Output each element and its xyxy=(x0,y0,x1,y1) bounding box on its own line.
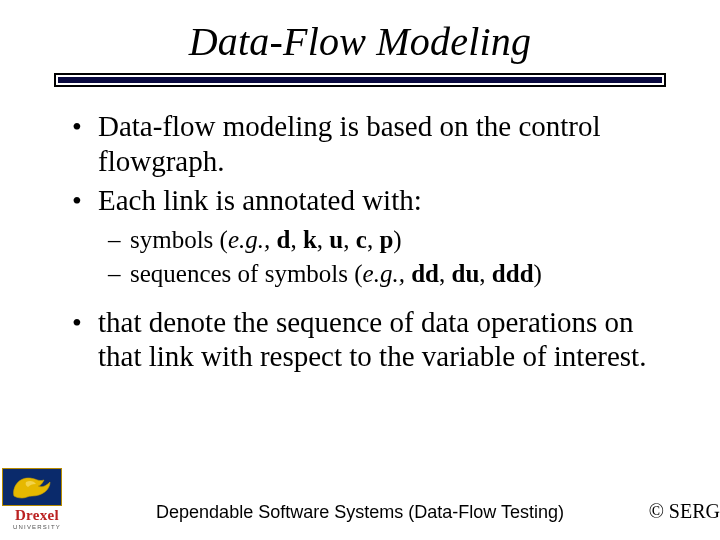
slide-footer: Drexel UNIVERSITY Dependable Software Sy… xyxy=(0,477,720,533)
bullet-marker: • xyxy=(72,305,98,340)
text: , xyxy=(317,226,330,253)
title-rule xyxy=(54,73,666,87)
sub-bullet-list: – symbols (e.g., d, k, u, c, p) – sequen… xyxy=(108,224,682,291)
text: sequences of symbols ( xyxy=(130,260,363,287)
text: , xyxy=(290,226,303,253)
slide-title: Data-Flow Modeling xyxy=(28,18,692,65)
eg-italic: e.g., xyxy=(228,226,270,253)
bullet-marker: • xyxy=(72,109,98,144)
sub-bullet-item: – symbols (e.g., d, k, u, c, p) xyxy=(108,224,682,257)
symbol-k: k xyxy=(303,226,317,253)
bullet-text: Each link is annotated with: xyxy=(98,183,682,218)
slide: Data-Flow Modeling • Data-flow modeling … xyxy=(0,0,720,540)
sub-bullet-text: symbols (e.g., d, k, u, c, p) xyxy=(130,224,402,257)
symbol-p: p xyxy=(379,226,393,253)
symbol-c: c xyxy=(356,226,367,253)
bullet-item: • Each link is annotated with: xyxy=(72,183,682,218)
text: , xyxy=(367,226,380,253)
slide-body: • Data-flow modeling is based on the con… xyxy=(28,109,692,374)
footer-copyright: © SERG xyxy=(649,500,720,523)
text: symbols ( xyxy=(130,226,228,253)
symbol-ddd: ddd xyxy=(492,260,534,287)
symbol-dd: dd xyxy=(411,260,439,287)
bullet-item: • that denote the sequence of data opera… xyxy=(72,305,682,375)
symbol-u: u xyxy=(329,226,343,253)
bullet-marker: • xyxy=(72,183,98,218)
sub-bullet-marker: – xyxy=(108,258,130,291)
eg-italic: e.g., xyxy=(363,260,405,287)
title-rule-fill xyxy=(58,77,662,83)
text: ) xyxy=(393,226,401,253)
text: , xyxy=(439,260,452,287)
text: , xyxy=(479,260,492,287)
dragon-icon xyxy=(2,468,62,506)
sub-bullet-item: – sequences of symbols (e.g., dd, du, dd… xyxy=(108,258,682,291)
text: ) xyxy=(534,260,542,287)
sub-bullet-marker: – xyxy=(108,224,130,257)
sub-bullet-text: sequences of symbols (e.g., dd, du, ddd) xyxy=(130,258,542,291)
symbol-du: du xyxy=(452,260,480,287)
logo-subtext: UNIVERSITY xyxy=(2,524,72,530)
text: , xyxy=(343,226,356,253)
footer-center-text: Dependable Software Systems (Data-Flow T… xyxy=(0,502,720,523)
symbol-d: d xyxy=(277,226,291,253)
bullet-text: that denote the sequence of data operati… xyxy=(98,305,682,375)
bullet-text: Data-flow modeling is based on the contr… xyxy=(98,109,682,179)
bullet-item: • Data-flow modeling is based on the con… xyxy=(72,109,682,179)
